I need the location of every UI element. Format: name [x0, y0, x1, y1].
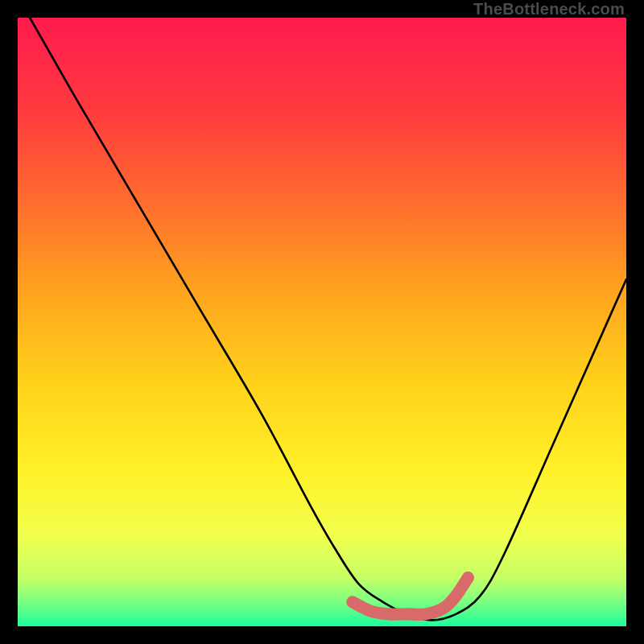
- chart-frame: TheBottleneck.com: [0, 0, 644, 644]
- plot-area: [18, 18, 626, 626]
- watermark-text: TheBottleneck.com: [473, 0, 625, 19]
- highlight-start-dot: [347, 597, 358, 608]
- bottleneck-curve: [30, 18, 626, 620]
- curve-overlay: [18, 18, 626, 626]
- optimal-range-highlight: [353, 578, 469, 615]
